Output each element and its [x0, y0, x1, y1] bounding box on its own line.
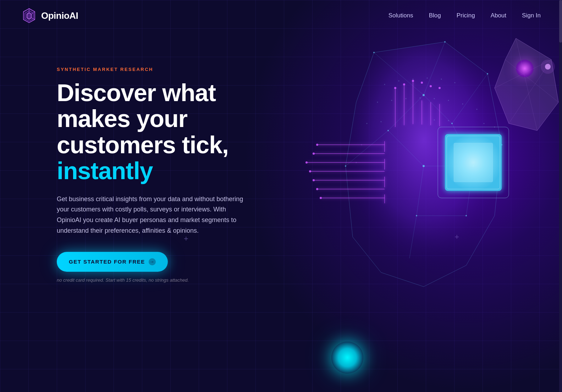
svg-point-92: [394, 87, 396, 89]
svg-line-13: [388, 131, 424, 166]
svg-line-106: [495, 60, 551, 88]
svg-line-11: [388, 95, 424, 131]
ai-head-svg: [260, 31, 562, 392]
nav-signin[interactable]: Sign In: [522, 12, 541, 19]
cta-label: GET STARTED FOR FREE: [69, 259, 145, 265]
navbar: OpinioAI Solutions Blog Pricing About Si…: [0, 0, 562, 31]
svg-line-19: [346, 131, 388, 166]
hero-content: SYNTHETIC MARKET RESEARCH Discover what …: [57, 53, 298, 283]
svg-point-109: [383, 274, 415, 306]
hero-title-line1: Discover what: [57, 79, 216, 106]
svg-point-46: [476, 109, 478, 110]
svg-rect-98: [445, 134, 502, 191]
svg-point-30: [465, 215, 467, 216]
nav-pricing[interactable]: Pricing: [457, 12, 475, 19]
svg-point-52: [494, 127, 495, 128]
svg-rect-99: [447, 136, 500, 189]
svg-line-103: [516, 38, 537, 131]
svg-line-8: [424, 42, 445, 95]
svg-line-15: [417, 166, 424, 216]
svg-point-90: [316, 188, 318, 190]
svg-point-41: [406, 98, 407, 99]
svg-point-88: [309, 170, 311, 172]
svg-line-105: [505, 60, 558, 102]
svg-point-54: [491, 144, 492, 145]
svg-point-25: [451, 123, 453, 124]
svg-point-23: [487, 73, 488, 74]
hero-title-line3: customers tick,: [57, 131, 228, 158]
svg-line-12: [452, 123, 473, 166]
svg-line-18: [409, 216, 417, 258]
nav-about[interactable]: About: [491, 12, 506, 19]
svg-point-93: [403, 83, 405, 85]
svg-point-95: [421, 82, 423, 84]
logo-text: OpinioAI: [41, 10, 78, 21]
svg-point-86: [313, 153, 315, 155]
svg-point-89: [313, 179, 315, 181]
svg-line-7: [374, 53, 424, 95]
hero-section: SYNTHETIC MARKET RESEARCH Discover what …: [0, 31, 562, 350]
cta-subtext: no credit card required. Start with 15 c…: [57, 277, 298, 283]
svg-point-97: [439, 87, 441, 89]
svg-point-24: [423, 94, 425, 96]
svg-point-48: [381, 121, 382, 122]
nav-blog[interactable]: Blog: [429, 12, 441, 19]
hero-illustration: [260, 31, 562, 392]
svg-point-44: [448, 100, 449, 101]
svg-point-39: [377, 102, 378, 103]
svg-point-45: [462, 104, 463, 105]
svg-point-57: [498, 166, 499, 167]
hero-label: SYNTHETIC MARKET RESEARCH: [57, 67, 298, 72]
svg-marker-102: [495, 38, 558, 131]
hero-title-line2: makes your: [57, 105, 187, 132]
svg-point-108: [541, 60, 555, 74]
svg-point-27: [473, 165, 474, 167]
svg-point-37: [441, 79, 442, 80]
svg-point-53: [361, 144, 362, 145]
svg-point-43: [434, 98, 435, 99]
hero-description: Get business critical insights from your…: [57, 194, 248, 236]
hero-title-accent: instantly: [57, 157, 153, 184]
svg-line-104: [509, 60, 551, 123]
svg-point-42: [420, 98, 421, 99]
scrollbar[interactable]: [559, 0, 562, 392]
logo-icon: [21, 8, 37, 23]
svg-point-51: [484, 123, 485, 124]
svg-point-38: [454, 82, 456, 83]
svg-point-36: [427, 78, 428, 79]
svg-point-107: [545, 64, 551, 70]
svg-point-56: [356, 162, 357, 163]
cta-button[interactable]: GET STARTED FOR FREE →: [57, 252, 168, 272]
svg-point-40: [391, 100, 392, 101]
svg-rect-100: [454, 143, 493, 182]
svg-point-85: [316, 144, 318, 146]
svg-point-26: [387, 130, 389, 131]
nav-links: Solutions Blog Pricing About Sign In: [389, 12, 541, 19]
svg-line-9: [452, 74, 487, 123]
svg-point-96: [430, 85, 432, 87]
hero-title: Discover what makes your customers tick,…: [57, 80, 298, 184]
svg-point-22: [444, 41, 446, 43]
svg-marker-6: [346, 42, 502, 287]
svg-point-32: [501, 144, 502, 145]
svg-point-55: [500, 148, 501, 149]
svg-line-10: [424, 95, 452, 123]
scrollbar-thumb[interactable]: [559, 0, 562, 43]
svg-point-49: [434, 120, 435, 121]
nav-solutions[interactable]: Solutions: [389, 12, 413, 19]
pink-orb: [516, 60, 534, 77]
svg-point-47: [367, 123, 368, 124]
svg-rect-101: [438, 127, 509, 198]
svg-point-34: [398, 81, 400, 82]
svg-point-33: [384, 84, 385, 85]
svg-marker-2: [27, 13, 31, 19]
svg-line-20: [473, 145, 502, 166]
svg-point-29: [416, 215, 417, 216]
svg-point-35: [413, 79, 414, 80]
cyan-orb: [331, 342, 363, 374]
svg-point-31: [345, 165, 346, 167]
svg-point-94: [412, 80, 414, 82]
svg-point-87: [305, 161, 308, 164]
logo[interactable]: OpinioAI: [21, 8, 78, 23]
svg-point-21: [373, 52, 375, 53]
